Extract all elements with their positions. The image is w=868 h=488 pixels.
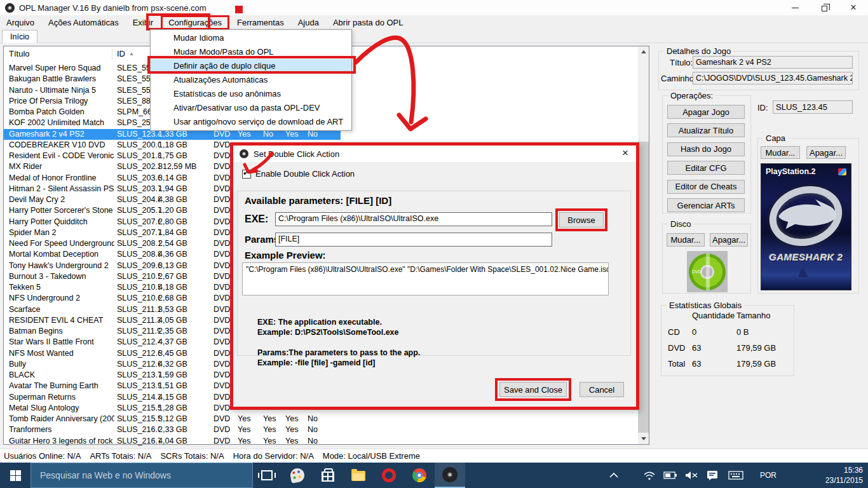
table-cell: Avatar The Burning Earth: [9, 381, 114, 391]
table-cell: Tranformers: [9, 424, 114, 435]
table-cell: Yes: [238, 414, 262, 424]
cover-delete-button[interactable]: Apagar...: [806, 146, 846, 159]
tray-notifications[interactable]: [707, 463, 718, 488]
table-cell: NFS Underground 2: [9, 293, 114, 304]
editar-cfg-button[interactable]: Editar CFG: [667, 161, 745, 175]
table-cell: Yes: [263, 424, 284, 435]
context-menu-item-ativar-desativar-uso-da-pasta-opl-dev[interactable]: Ativar/Desativar uso da pasta OPL-DEV: [151, 101, 351, 115]
column-separator: [112, 48, 112, 60]
table-cell: Bomba Patch Golden: [9, 107, 114, 118]
restore-button[interactable]: [810, 0, 839, 15]
menu-item-abrir-pasta-do-opl[interactable]: Abrir pasta do OPL: [327, 17, 410, 29]
cancel-button[interactable]: Cancel: [580, 382, 624, 397]
apagar-jogo-button[interactable]: Apagar Jogo: [667, 105, 745, 119]
scroll-up-button[interactable]: [638, 46, 649, 57]
table-row[interactable]: TranformersSLUS_216.022,33 GBDVDYesYesYe…: [4, 424, 341, 435]
table-cell: SLUS_203.74: [117, 184, 160, 194]
exe-label: EXE:: [245, 214, 268, 225]
exe-input[interactable]: C:\Program Files (x86)\UltraISO\UltraISO…: [275, 212, 552, 226]
context-menu-item-mudar-modo-pasta-do-opl[interactable]: Mudar Modo/Pasta do OPL: [151, 45, 351, 59]
chevron-up-icon: [641, 50, 646, 53]
table-cell: 2,67 GB: [158, 271, 212, 282]
context-menu-item-atualizacoes-automaticas[interactable]: Atualizações Automáticas: [151, 73, 351, 87]
menu-item-configuracoes[interactable]: Configurações: [161, 15, 229, 30]
taskbar-app-explorer[interactable]: [343, 463, 374, 488]
column-header-id[interactable]: ID▲: [117, 49, 134, 58]
tray-keyboard[interactable]: [728, 463, 743, 488]
task-view-button[interactable]: [252, 463, 282, 488]
enable-double-click-checkbox[interactable]: ✔: [242, 170, 251, 179]
cover-change-button[interactable]: Mudar...: [761, 146, 800, 159]
stats-size: 179,59 GB: [736, 343, 776, 353]
minimize-button[interactable]: [780, 0, 810, 15]
table-cell: Yes: [285, 424, 306, 435]
table-row[interactable]: Tomb Raider Anniversary (2007)SLUS_215.5…: [4, 414, 341, 424]
tray-volume-muted[interactable]: [685, 463, 699, 488]
menu-item-ajuda[interactable]: Ajuda: [292, 17, 325, 29]
table-cell: Superman Returns: [9, 392, 114, 403]
tray-chevron-button[interactable]: [609, 463, 619, 488]
taskbar-app-paint[interactable]: [282, 463, 313, 488]
group-title: Disco: [668, 219, 694, 229]
taskbar-app-opl-manager[interactable]: [435, 463, 465, 488]
browse-button[interactable]: Browse: [559, 212, 604, 227]
caminho-field[interactable]: C:\JOGOS\DVD\SLUS_123.45.Gameshark 2 v4 …: [693, 72, 853, 85]
scrollbar-thumb[interactable]: [638, 142, 649, 433]
context-menu-item-mudar-idioma[interactable]: Mudar Idioma: [151, 31, 351, 45]
dialog-close-icon[interactable]: ×: [622, 147, 628, 159]
context-menu-item-definir-acao-de-duplo-clique[interactable]: Definir ação de duplo clique: [151, 59, 351, 73]
restore-icon: [822, 6, 827, 11]
params-input[interactable]: [FILE]: [275, 233, 552, 247]
taskbar-app-opera[interactable]: [374, 463, 404, 488]
table-cell: Metal Slug Antology: [9, 403, 114, 414]
tray-wifi[interactable]: [643, 463, 656, 488]
table-cell: Gameshark 2 v4 PS2: [9, 129, 114, 140]
table-cell: 1,84 GB: [158, 227, 212, 238]
windows-logo-icon: [10, 470, 21, 481]
table-cell: Hitman 2 - Silent Assassin PS2: [9, 184, 114, 194]
table-cell: SLUS_211.11: [117, 304, 160, 315]
scroll-down-button[interactable]: [638, 433, 649, 444]
hash-do-jogo-button[interactable]: Hash do Jogo: [667, 142, 745, 156]
start-button[interactable]: [0, 463, 31, 488]
menu-item-arquivo[interactable]: Arquivo: [0, 17, 41, 29]
editor-de-cheats-button[interactable]: Editor de Cheats: [667, 180, 745, 194]
gerenciar-arts-button[interactable]: Gerenciar ARTs: [667, 198, 745, 212]
titulo-field[interactable]: Gameshark 2 v4 PS2: [693, 56, 853, 69]
table-cell: 4,38 GB: [158, 194, 212, 205]
close-button[interactable]: ×: [839, 0, 868, 15]
disc-change-button[interactable]: Mudar...: [667, 233, 705, 247]
dialog-titlebar[interactable]: Set Double Click Action ×: [233, 146, 636, 162]
set-double-click-action-dialog: Set Double Click Action × ✔ Enable Doubl…: [230, 142, 639, 410]
stats-qty: 0: [692, 327, 696, 337]
context-menu-item-usar-antigo-novo-servico-de-download-de-art[interactable]: Usar antigo/novo serviço de download de …: [151, 115, 351, 129]
wifi-icon: [643, 471, 656, 480]
group-title: Operações:: [668, 91, 715, 100]
keyboard-icon: [728, 471, 743, 480]
context-menu-item-estatisticas-de-uso-anonimas[interactable]: Estatísticas de uso anônimas: [151, 87, 351, 101]
table-cell: 3,13 GB: [158, 261, 212, 271]
save-and-close-button[interactable]: Save and Close: [499, 382, 567, 397]
taskbar-app-store[interactable]: [313, 463, 343, 488]
tab-inicio[interactable]: Início: [2, 30, 37, 43]
status-segment: ARTs Totais: N/A: [90, 451, 151, 461]
menu-item-acoes-automaticas[interactable]: Ações Automáticas: [42, 17, 125, 29]
table-cell: 1,18 GB: [158, 140, 212, 151]
menu-item-ferramentas[interactable]: Ferramentas: [231, 17, 290, 29]
disc-icon: [442, 467, 458, 482]
atualizar-titulo-button[interactable]: Atualizar Título: [667, 123, 745, 137]
menu-item-exibir[interactable]: Exibir: [126, 17, 160, 29]
tray-battery[interactable]: [663, 463, 677, 488]
table-cell: Marvel Super Hero Squad: [9, 63, 114, 74]
column-header-titulo[interactable]: Título: [9, 49, 30, 58]
minimize-icon: [792, 8, 799, 8]
taskbar-app-chrome[interactable]: [404, 463, 435, 488]
tray-clock[interactable]: 15:36 23/11/2015: [825, 465, 863, 485]
disc-delete-button[interactable]: Apagar...: [710, 233, 748, 247]
table-row[interactable]: Guitar Hero 3 legends of rockSLUS_216.72…: [4, 436, 341, 447]
list-scrollbar[interactable]: [638, 46, 649, 444]
search-input[interactable]: Pesquisar na Web e no Windows: [31, 463, 253, 488]
table-cell: Price Of Persia Trilogy: [9, 96, 114, 107]
tray-language[interactable]: POR: [760, 463, 776, 488]
id-field[interactable]: SLUS_123.45: [773, 100, 853, 114]
